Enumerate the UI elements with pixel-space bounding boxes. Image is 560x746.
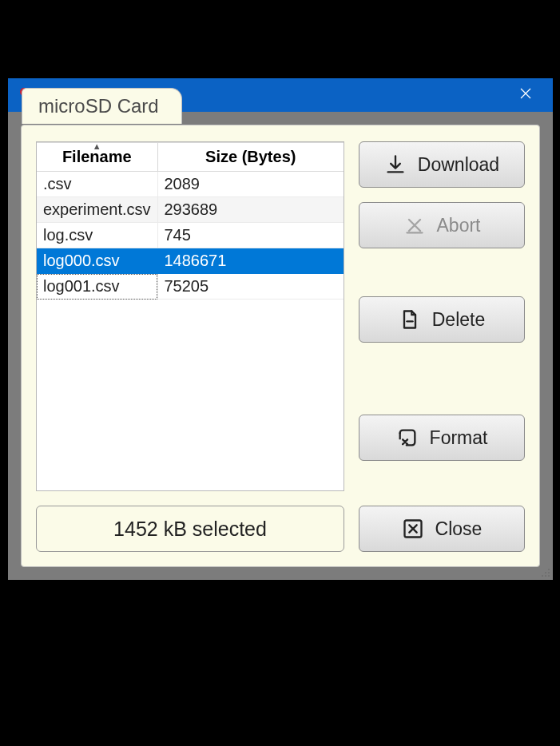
table-row[interactable]: log000.csv1486671: [37, 248, 344, 274]
sort-asc-icon: ▲: [93, 141, 101, 151]
svg-rect-6: [548, 575, 550, 577]
cell-filename: experiment.csv: [37, 197, 157, 223]
close-button[interactable]: Close: [359, 506, 525, 552]
cell-filename: .csv: [37, 172, 157, 197]
cell-size: 1486671: [157, 248, 344, 274]
cell-size: 745: [157, 223, 344, 248]
cell-size: 75205: [157, 274, 344, 300]
delete-file-icon: [399, 308, 421, 331]
cell-filename: log000.csv: [37, 248, 157, 274]
download-icon: [384, 153, 407, 176]
file-table[interactable]: ▲ Filename Size (Bytes) .csv2089experime…: [36, 141, 344, 491]
button-column: Download Abort Delete Format: [359, 141, 525, 491]
column-size[interactable]: Size (Bytes): [157, 143, 344, 172]
cell-filename: log.csv: [37, 223, 157, 248]
abort-icon: [403, 214, 426, 236]
svg-rect-3: [548, 572, 550, 573]
delete-button[interactable]: Delete: [359, 296, 525, 343]
svg-rect-5: [545, 575, 546, 577]
table-row[interactable]: experiment.csv293689: [37, 197, 344, 223]
svg-rect-4: [542, 575, 543, 577]
cell-size: 2089: [157, 172, 344, 197]
window-close-button[interactable]: [510, 87, 542, 104]
abort-button: Abort: [359, 202, 525, 248]
app-window: Q-Moisture microSD Card ▲ Filename: [8, 78, 553, 580]
table-row[interactable]: log.csv745: [37, 223, 344, 248]
cell-filename: log001.csv: [37, 274, 157, 300]
resize-grip-icon[interactable]: [542, 569, 551, 578]
table-row[interactable]: .csv2089: [37, 172, 344, 197]
status-bar: 1452 kB selected: [36, 506, 344, 552]
svg-rect-2: [545, 572, 546, 573]
format-icon: [396, 427, 419, 449]
panel-tab[interactable]: microSD Card: [22, 88, 182, 124]
format-button[interactable]: Format: [359, 415, 525, 461]
svg-rect-1: [548, 569, 550, 570]
cell-size: 293689: [157, 197, 344, 223]
download-button[interactable]: Download: [359, 141, 525, 188]
status-text: 1452 kB selected: [113, 518, 267, 541]
column-filename[interactable]: ▲ Filename: [37, 143, 157, 172]
close-icon: [402, 518, 424, 540]
microsd-panel: microSD Card ▲ Filename Size (Bytes): [21, 125, 540, 567]
table-row[interactable]: log001.csv75205: [37, 274, 344, 300]
client-area: microSD Card ▲ Filename Size (Bytes): [8, 112, 553, 580]
